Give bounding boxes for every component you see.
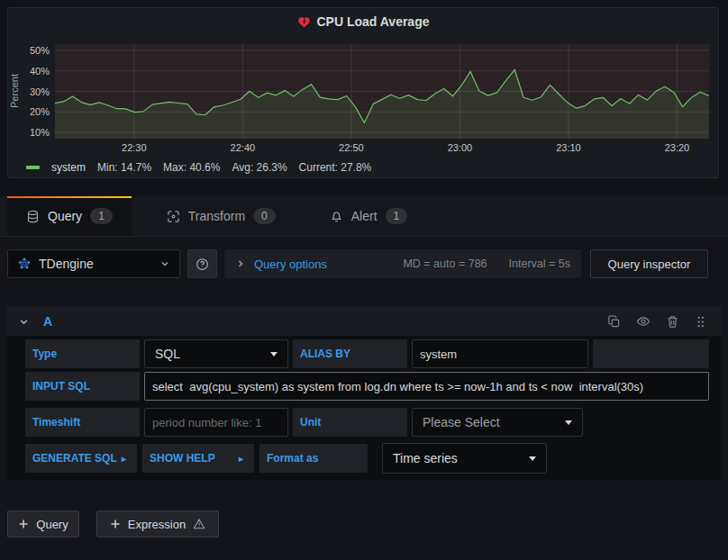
editor-tabbar: Query 1 Transform 0 Alert 1: [0, 196, 728, 237]
interval-text: Interval = 5s: [509, 257, 570, 270]
legend-series-name[interactable]: system: [51, 161, 86, 174]
caret-down-icon: [529, 456, 536, 461]
y-tick-label: 40%: [8, 66, 50, 77]
format-as-label: Format as: [259, 444, 368, 473]
legend-avg: Avg: 26.3%: [232, 161, 287, 174]
y-tick-label: 20%: [8, 106, 50, 117]
chevron-right-icon[interactable]: [235, 258, 246, 269]
chevron-down-icon: [159, 258, 170, 269]
unit-select-value: Please Select: [423, 415, 500, 429]
chart-legend: system Min: 14.7% Max: 40.6% Avg: 26.3% …: [26, 159, 371, 176]
query-row-header[interactable]: A: [7, 307, 721, 336]
query-options-bar: Query options MD = auto = 786 Interval =…: [224, 249, 581, 278]
tab-alert-label: Alert: [351, 209, 378, 223]
x-tick-label: 23:20: [655, 142, 698, 153]
y-tick-label: 30%: [8, 86, 50, 97]
type-label: Type: [25, 339, 140, 368]
add-query-label: Query: [36, 518, 68, 531]
x-axis-ticks: 22:3022:4022:5023:0023:1023:20: [55, 142, 709, 155]
unit-select[interactable]: Please Select: [412, 408, 583, 437]
tab-query-count: 1: [90, 208, 113, 224]
plus-icon: [110, 519, 121, 529]
panel-title: CPU Load Average: [317, 14, 430, 29]
chart-svg: [55, 44, 709, 139]
query-inspector-button[interactable]: Query inspector: [590, 249, 708, 278]
caret-down-icon: [565, 420, 572, 425]
tab-query[interactable]: Query 1: [7, 196, 132, 236]
type-select[interactable]: SQL: [144, 339, 288, 368]
add-expression-label: Expression: [128, 518, 186, 531]
max-datapoints-text: MD = auto = 786: [403, 257, 487, 270]
triangle-right-icon: ▸: [122, 454, 126, 464]
y-tick-label: 50%: [8, 45, 50, 56]
format-as-select[interactable]: Time series: [382, 443, 547, 474]
y-tick-label: 10%: [8, 127, 50, 138]
timeshift-label: Timeshift: [25, 408, 140, 437]
drag-handle-icon[interactable]: [695, 315, 706, 329]
legend-max: Max: 40.6%: [163, 161, 220, 174]
tab-transform-label: Transform: [188, 209, 245, 223]
cpu-load-chart[interactable]: [55, 44, 709, 139]
sql-input[interactable]: [144, 372, 709, 401]
x-tick-label: 22:40: [221, 142, 264, 153]
tab-transform-count: 0: [253, 208, 276, 224]
query-options-toggle[interactable]: Query options: [254, 257, 327, 271]
tab-alert-count: 1: [386, 208, 408, 224]
generate-sql-button[interactable]: GENERATE SQL ▸: [25, 444, 137, 473]
tab-query-label: Query: [48, 209, 82, 223]
show-help-button[interactable]: SHOW HELP ▸: [142, 444, 254, 473]
query-options-summary: MD = auto = 786 Interval = 5s: [403, 257, 570, 270]
tab-alert[interactable]: Alert 1: [311, 196, 426, 236]
question-circle-icon: [196, 257, 209, 271]
legend-min: Min: 14.7%: [97, 161, 151, 174]
panel-header[interactable]: CPU Load Average: [8, 8, 718, 35]
duplicate-query-icon[interactable]: [607, 315, 621, 329]
caret-down-icon: [270, 352, 278, 357]
query-ref-id: A: [43, 314, 52, 329]
delete-query-trash-icon[interactable]: [666, 315, 679, 329]
triangle-right-icon: ▸: [239, 454, 243, 464]
show-help-label: SHOW HELP: [150, 452, 215, 465]
warning-triangle-icon: [193, 518, 205, 530]
plus-icon: [18, 519, 29, 529]
timeshift-input[interactable]: [144, 408, 288, 437]
row-filler: [593, 339, 709, 368]
tdengine-logo-icon: [17, 257, 32, 271]
cpu-load-panel: CPU Load Average Percent 10%20%30%40%50%…: [7, 7, 719, 178]
x-tick-label: 22:50: [330, 142, 373, 153]
x-tick-label: 23:00: [438, 142, 481, 153]
query-editor-form: Type SQL ALIAS BY INPUT SQL Timeshift Un…: [7, 336, 721, 480]
y-axis-ticks: 10%20%30%40%50%: [8, 44, 50, 139]
datasource-help-button[interactable]: [187, 249, 217, 278]
add-query-button[interactable]: Query: [7, 510, 79, 537]
alert-heart-icon: [297, 15, 311, 29]
add-expression-button[interactable]: Expression: [96, 510, 219, 537]
tab-transform[interactable]: Transform 0: [148, 196, 295, 236]
alias-by-label: ALIAS BY: [293, 339, 407, 368]
unit-label: Unit: [293, 408, 407, 437]
type-select-value: SQL: [155, 347, 180, 361]
input-sql-label: INPUT SQL: [25, 372, 140, 401]
alias-input[interactable]: [412, 339, 588, 368]
database-icon: [26, 210, 40, 223]
x-tick-label: 23:10: [547, 142, 590, 153]
datasource-picker[interactable]: TDengine: [7, 249, 180, 278]
bell-icon: [330, 210, 343, 223]
collapse-chevron-icon[interactable]: [18, 316, 30, 328]
query-toolbar: TDengine Query options MD = auto = 786 I…: [7, 249, 721, 278]
format-as-value: Time series: [393, 451, 458, 465]
legend-current: Current: 27.8%: [299, 161, 372, 174]
generate-sql-label: GENERATE SQL: [32, 452, 117, 465]
datasource-name: TDengine: [39, 257, 94, 271]
hide-query-eye-icon[interactable]: [636, 314, 651, 329]
legend-swatch: [26, 166, 40, 169]
process-icon: [167, 210, 180, 223]
x-tick-label: 22:30: [113, 142, 156, 153]
query-row-actions: [607, 314, 710, 329]
